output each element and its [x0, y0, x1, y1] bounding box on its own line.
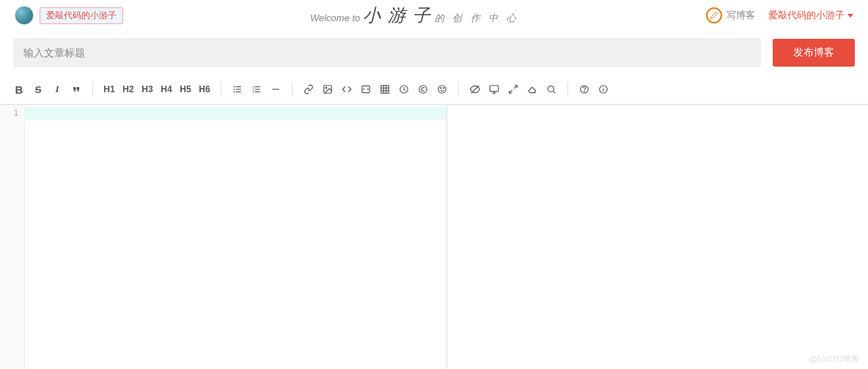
write-blog-label: 写博客 [727, 9, 755, 22]
h6-button[interactable]: H6 [196, 81, 213, 98]
svg-point-0 [233, 86, 235, 88]
header-left: 爱敲代码的小游子 [15, 6, 123, 25]
separator [458, 82, 459, 97]
svg-point-35 [584, 92, 585, 92]
svg-point-38 [603, 87, 603, 88]
editor-area: 1 [0, 105, 868, 369]
line-gutter: 1 [0, 105, 25, 369]
svg-point-23 [438, 86, 446, 94]
active-line [25, 107, 446, 120]
help-button[interactable] [575, 81, 593, 98]
source-pane[interactable] [25, 105, 447, 369]
h3-button[interactable]: H3 [139, 81, 156, 98]
svg-rect-5 [236, 92, 241, 92]
svg-text:3: 3 [252, 90, 254, 94]
svg-point-24 [441, 88, 441, 89]
image-button[interactable] [319, 81, 336, 98]
horizontal-rule-button[interactable] [267, 81, 284, 98]
svg-rect-4 [236, 89, 241, 89]
bold-button[interactable]: B [10, 81, 28, 98]
svg-rect-37 [603, 89, 603, 92]
user-tag[interactable]: 爱敲代码的小游子 [40, 7, 123, 24]
svg-rect-9 [255, 86, 260, 87]
svg-line-31 [510, 90, 512, 93]
link-button[interactable] [300, 81, 317, 98]
separator [92, 82, 93, 97]
title-input[interactable] [13, 38, 761, 67]
preview-toggle-button[interactable] [466, 81, 484, 98]
avatar[interactable] [15, 6, 34, 25]
emoji-button[interactable] [433, 81, 451, 98]
separator [221, 82, 221, 97]
monitor-icon[interactable] [485, 81, 503, 98]
svg-rect-27 [490, 86, 499, 92]
svg-point-14 [326, 87, 327, 89]
title-row: 发布博客 [0, 31, 868, 75]
line-number: 1 [0, 108, 18, 118]
copyright-icon[interactable] [414, 81, 432, 98]
publish-button[interactable]: 发布博客 [773, 39, 855, 67]
user-dropdown-label: 爱敲代码的小游子 [768, 9, 845, 22]
write-blog-link[interactable]: 写博客 [706, 7, 755, 23]
pen-icon [706, 7, 722, 23]
strikethrough-button[interactable]: S [29, 81, 47, 98]
separator [292, 82, 293, 97]
preview-pane [447, 105, 869, 369]
welcome-prefix: Welcome to [310, 12, 363, 23]
svg-rect-3 [236, 86, 241, 87]
italic-button[interactable]: I [48, 81, 66, 98]
header: 爱敲代码的小游子 Welcome to 小 游 子 的 创 作 中 心 写博客 … [0, 0, 868, 31]
clock-icon[interactable] [395, 81, 413, 98]
user-dropdown[interactable]: 爱敲代码的小游子 [768, 9, 853, 22]
svg-point-22 [419, 86, 427, 94]
svg-rect-16 [381, 86, 389, 94]
header-right: 写博客 爱敲代码的小游子 [706, 7, 853, 23]
fullscreen-button[interactable] [504, 81, 522, 98]
code-block-button[interactable] [357, 81, 375, 98]
ordered-list-button[interactable]: 123 [248, 81, 265, 98]
svg-line-30 [514, 86, 517, 89]
chevron-down-icon [847, 14, 853, 18]
eraser-icon[interactable] [523, 81, 541, 98]
h4-button[interactable]: H4 [158, 81, 175, 98]
svg-line-33 [553, 91, 555, 93]
quote-button[interactable] [67, 81, 85, 98]
svg-point-2 [233, 92, 235, 93]
svg-point-25 [443, 88, 444, 89]
svg-rect-12 [272, 89, 279, 89]
watermark: @51CTO博客 [809, 354, 859, 365]
info-button[interactable] [595, 81, 612, 98]
welcome-main: 小 游 子 [363, 6, 432, 25]
unordered-list-button[interactable] [229, 81, 246, 98]
welcome-suffix: 的 创 作 中 心 [435, 12, 519, 23]
separator [567, 82, 568, 97]
code-button[interactable] [338, 81, 356, 98]
svg-rect-11 [255, 92, 260, 92]
h5-button[interactable]: H5 [177, 81, 194, 98]
svg-rect-10 [255, 89, 260, 89]
search-button[interactable] [542, 81, 560, 98]
svg-point-1 [233, 89, 235, 90]
welcome-title: Welcome to 小 游 子 的 创 作 中 心 [123, 4, 706, 27]
h2-button[interactable]: H2 [119, 81, 137, 98]
toolbar: B S I H1 H2 H3 H4 H5 H6 123 [0, 75, 868, 105]
table-button[interactable] [376, 81, 394, 98]
svg-point-32 [548, 86, 553, 92]
h1-button[interactable]: H1 [100, 81, 118, 98]
